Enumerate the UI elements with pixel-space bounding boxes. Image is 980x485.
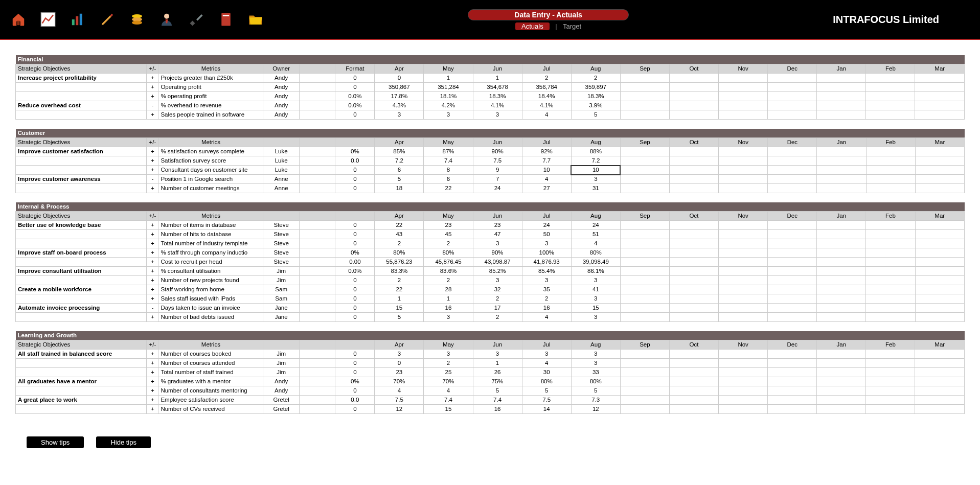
value-cell[interactable]: 359,897 [571,83,620,92]
value-cell[interactable] [768,175,817,184]
value-cell[interactable]: 2 [473,294,522,304]
value-cell[interactable]: 5 [522,386,571,396]
value-cell[interactable] [817,405,866,414]
value-cell[interactable]: 2 [473,313,522,322]
value-cell[interactable] [669,386,718,396]
value-cell[interactable]: 7.5 [522,396,571,405]
value-cell[interactable]: 3 [473,350,522,359]
value-cell[interactable] [719,248,768,258]
value-cell[interactable]: 16 [473,405,522,414]
value-cell[interactable] [669,294,718,304]
value-cell[interactable]: 3 [522,350,571,359]
value-cell[interactable] [915,405,965,414]
value-cell[interactable] [620,74,669,83]
value-cell[interactable]: 24 [522,221,571,230]
value-cell[interactable] [669,368,718,377]
value-cell[interactable] [866,221,915,230]
value-cell[interactable]: 4 [571,239,620,248]
value-cell[interactable]: 3.9% [571,101,620,110]
value-cell[interactable] [866,276,915,285]
value-cell[interactable] [670,147,719,156]
value-cell[interactable]: 1 [375,294,424,304]
value-cell[interactable] [866,405,915,414]
value-cell[interactable] [817,294,866,304]
chart-bar-icon[interactable] [70,11,86,28]
value-cell[interactable] [915,156,964,166]
value-cell[interactable] [719,350,768,359]
value-cell[interactable]: 4 [522,359,571,368]
value-cell[interactable]: 85% [375,147,424,156]
value-cell[interactable]: 22 [375,221,424,230]
value-cell[interactable] [620,147,669,156]
value-cell[interactable]: 7.2 [375,156,424,166]
value-cell[interactable] [915,239,964,248]
value-cell[interactable]: 3 [522,276,571,285]
value-cell[interactable] [620,92,669,101]
value-cell[interactable]: 6 [424,175,473,184]
value-cell[interactable]: 3 [571,359,620,368]
value-cell[interactable]: 51 [571,230,620,239]
value-cell[interactable]: 18.3% [571,92,620,101]
value-cell[interactable] [915,184,964,193]
pencil-icon[interactable] [99,11,116,28]
value-cell[interactable] [670,156,719,166]
value-cell[interactable]: 4 [522,313,571,322]
value-cell[interactable] [669,239,718,248]
value-cell[interactable] [719,110,768,120]
value-cell[interactable] [719,267,768,276]
value-cell[interactable]: 41 [571,285,620,294]
value-cell[interactable] [866,294,915,304]
coins-icon[interactable] [129,11,145,28]
value-cell[interactable] [719,83,768,92]
value-cell[interactable]: 7.5 [375,396,424,405]
value-cell[interactable] [719,230,768,239]
value-cell[interactable] [817,396,866,405]
value-cell[interactable] [620,248,669,258]
value-cell[interactable]: 354,678 [473,83,522,92]
value-cell[interactable] [866,377,915,386]
value-cell[interactable] [915,175,964,184]
value-cell[interactable]: 9 [473,166,522,175]
value-cell[interactable] [915,386,965,396]
value-cell[interactable]: 80% [571,377,620,386]
value-cell[interactable] [719,359,768,368]
value-cell[interactable] [768,276,817,285]
value-cell[interactable] [620,285,669,294]
folder-icon[interactable] [247,11,264,28]
value-cell[interactable] [915,166,964,175]
value-cell[interactable] [620,156,669,166]
value-cell[interactable]: 7.5 [473,156,522,166]
value-cell[interactable] [817,147,866,156]
value-cell[interactable]: 10 [522,166,571,175]
value-cell[interactable] [669,285,718,294]
tab-target[interactable]: Target [563,22,581,30]
value-cell[interactable] [669,101,718,110]
value-cell[interactable] [620,101,669,110]
value-cell[interactable] [866,74,915,83]
value-cell[interactable]: 80% [522,377,571,386]
value-cell[interactable] [915,285,964,294]
value-cell[interactable]: 4.1% [522,101,571,110]
pm-cell[interactable]: + [147,221,158,230]
value-cell[interactable] [915,396,965,405]
value-cell[interactable]: 5 [375,313,424,322]
value-cell[interactable]: 7.4 [424,156,473,166]
value-cell[interactable]: 3 [424,110,473,120]
value-cell[interactable]: 87% [424,147,473,156]
value-cell[interactable] [817,386,866,396]
value-cell[interactable] [817,276,866,285]
value-cell[interactable]: 25 [424,368,473,377]
value-cell[interactable] [915,377,965,386]
value-cell[interactable] [670,166,719,175]
value-cell[interactable]: 2 [375,239,424,248]
pm-cell[interactable]: + [147,285,158,294]
value-cell[interactable] [915,101,965,110]
value-cell[interactable] [915,267,964,276]
value-cell[interactable]: 80% [375,248,424,258]
value-cell[interactable] [768,267,817,276]
value-cell[interactable] [669,248,718,258]
value-cell[interactable] [817,83,866,92]
value-cell[interactable]: 3 [571,313,620,322]
value-cell[interactable] [669,230,718,239]
pm-cell[interactable]: + [147,74,158,83]
